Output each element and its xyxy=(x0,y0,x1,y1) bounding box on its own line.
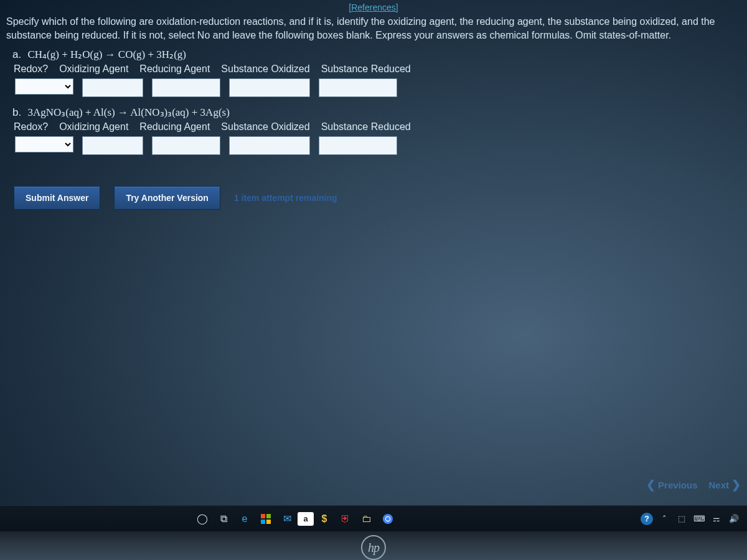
submit-answer-button[interactable]: Submit Answer xyxy=(14,186,100,210)
windows-taskbar: ◯ ⧉ e ✉ a $ ⛨ 🗀 ? ˄ ⬚ ⌨ ⚎ 🔊 xyxy=(0,505,747,531)
instructions-text: Specify which of the following are oxida… xyxy=(6,15,741,42)
question-a-label: a. xyxy=(12,49,21,60)
substance-reduced-input-a[interactable] xyxy=(319,78,397,97)
help-tray-icon[interactable]: ? xyxy=(639,510,655,528)
hdr-redox: Redox? xyxy=(14,63,48,75)
hdr-sub-ox-b: Substance Oxidized xyxy=(221,121,309,133)
file-explorer-icon[interactable]: 🗀 xyxy=(356,508,377,530)
keyboard-tray-icon[interactable]: ⌨ xyxy=(691,510,707,528)
chevron-left-icon: ❮ xyxy=(646,479,655,490)
laptop-bezel: hp xyxy=(0,531,747,560)
equation-a: a. CH₄(g) + H₂O(g) → CO(g) + 3H₂(g) xyxy=(12,48,742,61)
try-another-version-button[interactable]: Try Another Version xyxy=(114,186,220,210)
mail-icon[interactable]: ✉ xyxy=(276,508,298,530)
action-button-row: Submit Answer Try Another Version 1 item… xyxy=(14,186,742,210)
hdr-sub-red-b: Substance Reduced xyxy=(321,121,411,133)
column-headers-a: Redox? Oxidizing Agent Reducing Agent Su… xyxy=(14,63,742,75)
reducing-agent-input-b[interactable] xyxy=(152,136,220,155)
inputs-row-b xyxy=(15,136,742,155)
hdr-sub-red: Substance Reduced xyxy=(321,63,411,75)
next-label: Next xyxy=(708,480,729,490)
equation-b-text: 3AgNO₃(aq) + Al(s) → Al(NO₃)₃(aq) + 3Ag(… xyxy=(27,106,229,118)
chevron-right-icon: ❯ xyxy=(731,479,741,490)
equation-a-text: CH₄(g) + H₂O(g) → CO(g) + 3H₂(g) xyxy=(27,49,186,60)
previous-button[interactable]: ❮ Previous xyxy=(646,479,697,490)
chrome-icon[interactable] xyxy=(377,508,398,530)
hdr-reducing: Reducing Agent xyxy=(139,63,210,75)
edge-icon[interactable]: e xyxy=(234,508,255,530)
task-view-icon[interactable]: ⧉ xyxy=(213,508,234,530)
tray-caret-up-icon[interactable]: ˄ xyxy=(656,510,672,528)
column-headers-b: Redox? Oxidizing Agent Reducing Agent Su… xyxy=(14,121,742,133)
wifi-icon[interactable]: ⚎ xyxy=(708,510,725,528)
pager-nav: ❮ Previous Next ❯ xyxy=(646,479,741,490)
microsoft-store-icon[interactable] xyxy=(255,508,276,530)
inputs-row-a xyxy=(15,78,742,97)
svg-rect-3 xyxy=(266,520,271,524)
reducing-agent-input-a[interactable] xyxy=(152,78,220,97)
svg-rect-1 xyxy=(266,514,271,518)
hdr-redox-b: Redox? xyxy=(14,121,48,133)
mcafee-shield-icon[interactable]: ⛨ xyxy=(335,508,356,530)
oxidizing-agent-input-a[interactable] xyxy=(82,78,143,97)
amazon-icon[interactable]: a xyxy=(298,512,314,526)
substance-reduced-input-b[interactable] xyxy=(319,136,397,155)
svg-point-6 xyxy=(386,517,390,521)
question-a: a. CH₄(g) + H₂O(g) → CO(g) + 3H₂(g) Redo… xyxy=(12,48,742,97)
volume-icon[interactable]: 🔊 xyxy=(726,510,742,528)
dollar-icon[interactable]: $ xyxy=(314,508,335,530)
svg-rect-2 xyxy=(261,520,265,524)
question-b: b. 3AgNO₃(aq) + Al(s) → Al(NO₃)₃(aq) + 3… xyxy=(12,106,742,155)
redox-select-a[interactable] xyxy=(15,78,73,95)
redox-select-b[interactable] xyxy=(15,136,73,152)
hdr-sub-ox: Substance Oxidized xyxy=(221,63,309,75)
help-badge: ? xyxy=(641,513,653,525)
references-link[interactable]: [References] xyxy=(5,0,742,14)
attempts-remaining-text: 1 item attempt remaining xyxy=(234,193,337,203)
next-button[interactable]: Next ❯ xyxy=(708,479,741,490)
question-b-label: b. xyxy=(12,106,21,118)
substance-oxidized-input-a[interactable] xyxy=(229,78,310,97)
dropbox-icon[interactable]: ⬚ xyxy=(674,510,690,528)
hdr-oxidizing-b: Oxidizing Agent xyxy=(59,121,128,133)
substance-oxidized-input-b[interactable] xyxy=(229,136,310,155)
hdr-oxidizing: Oxidizing Agent xyxy=(59,63,128,75)
hdr-reducing-b: Reducing Agent xyxy=(139,121,210,133)
hp-logo: hp xyxy=(361,535,386,560)
oxidizing-agent-input-b[interactable] xyxy=(82,136,143,155)
svg-rect-0 xyxy=(261,514,265,518)
cortana-circle-icon[interactable]: ◯ xyxy=(192,508,213,530)
equation-b: b. 3AgNO₃(aq) + Al(s) → Al(NO₃)₃(aq) + 3… xyxy=(12,106,742,119)
previous-label: Previous xyxy=(658,480,697,490)
